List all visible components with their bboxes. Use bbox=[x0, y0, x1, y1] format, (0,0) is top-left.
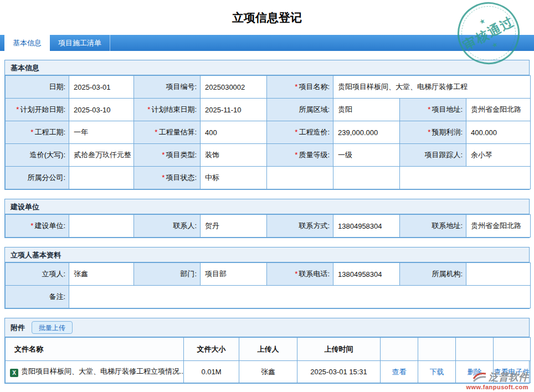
form-row: 立项人: 张鑫 部门: 项目部 *联系电话: 13804958304 所属机构: bbox=[6, 263, 531, 286]
attachments-header-bar: 附件 批量上传 bbox=[5, 318, 529, 337]
label-quantity-estimate: *工程量估算: bbox=[134, 121, 201, 144]
action-cell: 查看 bbox=[381, 361, 418, 383]
action-cell: 查看电子件 bbox=[494, 361, 531, 383]
attachments-header-row: 文件名称 文件大小 上传人 上传时间 bbox=[6, 338, 531, 361]
value-project-duration: 一年 bbox=[69, 121, 134, 144]
empty-cell bbox=[333, 167, 400, 189]
column-upload-time: 上传时间 bbox=[297, 338, 381, 361]
form-row: 所属分公司: *项目状态: 中标 bbox=[6, 167, 531, 189]
value-plan-start-date: 2025-03-10 bbox=[69, 99, 134, 121]
required-marker: * bbox=[295, 270, 297, 278]
column-file-name: 文件名称 bbox=[6, 338, 184, 361]
label-cost-in-words: 造价(大写): bbox=[6, 144, 69, 167]
tab-construction-list[interactable]: 项目施工清单 bbox=[50, 35, 110, 51]
tab-bar: 基本信息 项目施工清单 bbox=[0, 35, 534, 51]
empty-cell bbox=[267, 167, 333, 189]
required-marker: * bbox=[295, 82, 297, 91]
label-region: 所属区域: bbox=[267, 99, 333, 121]
vendor-url: www.fanpusoft.com bbox=[466, 384, 528, 390]
project-initiation-page: 立项信息登记 基本信息 项目施工清单 基本信息 日期: 2025-03-01 项… bbox=[0, 0, 534, 392]
required-marker: * bbox=[162, 173, 165, 182]
value-project-type: 装饰 bbox=[201, 144, 267, 167]
required-marker: * bbox=[295, 151, 297, 159]
label-project-duration: *工程工期: bbox=[6, 121, 69, 144]
required-marker: * bbox=[162, 151, 165, 159]
batch-upload-button[interactable]: 批量上传 bbox=[32, 321, 73, 334]
label-text: 预期利润: bbox=[432, 128, 463, 136]
value-project-cost: 239,000.000 bbox=[333, 121, 400, 144]
label-project-type: *项目类型: bbox=[134, 144, 201, 167]
label-text: 工程工期: bbox=[34, 128, 65, 136]
label-text: 联系电话: bbox=[299, 270, 330, 278]
required-marker: * bbox=[155, 128, 157, 136]
file-uploader: 张鑫 bbox=[239, 361, 297, 383]
file-name: 贵阳项目样板间、大堂、电梯厅装修工程立项情况... bbox=[21, 367, 184, 375]
label-project-tracker: 项目跟踪人: bbox=[400, 144, 466, 167]
label-date: 日期: bbox=[6, 76, 69, 99]
action-cell: 下载 bbox=[418, 361, 456, 383]
label-text: 项目类型: bbox=[166, 151, 197, 159]
form-row: *计划开始日期: 2025-03-10 *计划结束日期: 2025-11-10 … bbox=[6, 99, 531, 121]
label-project-status: *项目状态: bbox=[134, 167, 201, 189]
value-date: 2025-03-01 bbox=[69, 76, 134, 99]
section-attachments: 附件 批量上传 文件名称 文件大小 上传人 上传时间 X贵阳项目样板间、大堂、电… bbox=[4, 318, 530, 384]
value-quantity-estimate: 400 bbox=[201, 121, 267, 144]
value-construction-unit bbox=[69, 215, 134, 238]
label-quality-grade: *质量等级: bbox=[267, 144, 333, 167]
label-text: 工程量估算: bbox=[158, 128, 197, 136]
required-marker: * bbox=[295, 128, 297, 136]
value-project-tracker: 余小琴 bbox=[466, 144, 531, 167]
section-basic-info: 基本信息 日期: 2025-03-01 项目编号: 2025030002 *项目… bbox=[4, 60, 530, 190]
column-action bbox=[418, 338, 456, 361]
value-quality-grade: 一级 bbox=[333, 144, 400, 167]
form-row: *工程工期: 一年 *工程量估算: 400 *工程造价: 239,000.000… bbox=[6, 121, 531, 144]
required-marker: * bbox=[30, 128, 33, 136]
label-text: 计划结束日期: bbox=[151, 105, 197, 114]
label-text: 工程造价: bbox=[299, 128, 330, 136]
value-contact-method: 13804958304 bbox=[333, 215, 400, 238]
delete-link[interactable]: 删除 bbox=[468, 368, 482, 376]
column-file-size: 文件大小 bbox=[184, 338, 239, 361]
value-project-name: 贵阳项目样板间、大堂、电梯厅装修工程 bbox=[333, 76, 531, 99]
attachments-table: 文件名称 文件大小 上传人 上传时间 X贵阳项目样板间、大堂、电梯厅装修工程立项… bbox=[5, 337, 531, 383]
label-plan-end-date: *计划结束日期: bbox=[134, 99, 201, 121]
form-row: 日期: 2025-03-01 项目编号: 2025030002 *项目名称: 贵… bbox=[6, 76, 531, 99]
required-marker: * bbox=[30, 221, 33, 230]
construction-unit-table: *建设单位: 联系人: 贺丹 联系方式: 13804958304 联系地址: 贵… bbox=[5, 214, 531, 238]
form-row: 造价(大写): 贰拾叁万玖仟元整 *项目类型: 装饰 *质量等级: 一级 项目跟… bbox=[6, 144, 531, 167]
view-file-link[interactable]: 查看电子件 bbox=[494, 368, 530, 376]
file-name-cell: X贵阳项目样板间、大堂、电梯厅装修工程立项情况... bbox=[6, 361, 184, 383]
download-link[interactable]: 下载 bbox=[430, 368, 444, 376]
tab-basic-info[interactable]: 基本信息 bbox=[4, 35, 50, 51]
label-contact-person: 联系人: bbox=[134, 215, 201, 238]
value-region: 贵阳 bbox=[333, 99, 400, 121]
label-text: 建设单位: bbox=[34, 221, 65, 230]
label-branch-company: 所属分公司: bbox=[6, 167, 69, 189]
label-department: 部门: bbox=[134, 263, 201, 286]
label-contact-address: 联系地址: bbox=[400, 215, 466, 238]
label-text: 项目名称: bbox=[299, 82, 330, 91]
label-contact-method: 联系方式: bbox=[267, 215, 333, 238]
initiator-info-header: 立项人基本资料 bbox=[5, 247, 529, 262]
label-project-cost: *工程造价: bbox=[267, 121, 333, 144]
page-title: 立项信息登记 bbox=[0, 0, 534, 35]
value-project-status: 中标 bbox=[201, 167, 267, 189]
value-expected-profit: 400.000 bbox=[466, 121, 531, 144]
file-upload-time: 2025-03-01 15:31 bbox=[297, 361, 381, 383]
value-contact-address: 贵州省金阳北路 bbox=[466, 215, 531, 238]
value-organization bbox=[466, 263, 531, 286]
section-initiator-info: 立项人基本资料 立项人: 张鑫 部门: 项目部 *联系电话: 138049583… bbox=[4, 247, 530, 309]
value-department: 项目部 bbox=[201, 263, 267, 286]
excel-file-icon: X bbox=[10, 369, 18, 377]
value-plan-end-date: 2025-11-10 bbox=[201, 99, 267, 121]
value-project-address: 贵州省金阳北路 bbox=[466, 99, 531, 121]
label-plan-start-date: *计划开始日期: bbox=[6, 99, 69, 121]
value-contact-phone: 13804958304 bbox=[333, 263, 400, 286]
value-remarks bbox=[69, 286, 531, 308]
basic-info-header: 基本信息 bbox=[5, 60, 529, 75]
label-initiator: 立项人: bbox=[6, 263, 69, 286]
view-link[interactable]: 查看 bbox=[392, 368, 407, 376]
column-action bbox=[494, 338, 531, 361]
label-remarks: 备注: bbox=[6, 286, 69, 308]
column-action bbox=[381, 338, 418, 361]
